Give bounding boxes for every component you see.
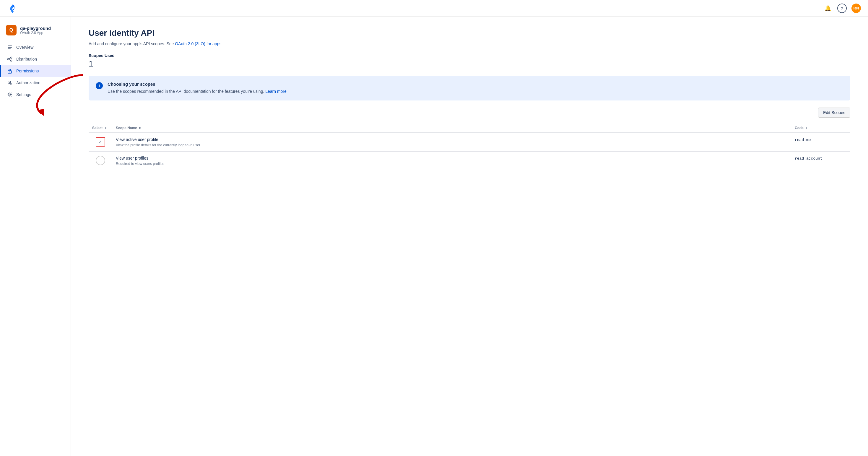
sidebar-item-overview-label: Overview [16,45,33,50]
checkbox-checked-1[interactable]: ✓ [96,137,105,147]
permissions-icon [7,68,13,74]
code-sort-icon: ⇕ [805,126,807,130]
app-header: Q qa-playground OAuth 2.0 App [0,23,71,41]
scope-name-sort-icon: ⇕ [138,126,141,130]
info-box-text: Use the scopes recommended in the API do… [107,88,286,95]
col-code-header: Code ⇕ [791,124,850,133]
code-badge-1: read:me [795,138,811,142]
table-header: Select ⇕ Scope Name ⇕ Code ⇕ [89,124,850,133]
svg-rect-3 [8,49,11,49]
svg-point-11 [9,81,11,83]
svg-line-7 [9,58,11,59]
info-box: i Choosing your scopes Use the scopes re… [89,75,850,100]
edit-scopes-button[interactable]: Edit Scopes [818,108,850,118]
checkbox-unchecked-2[interactable] [96,156,105,165]
scope-name-cell-2: View user profiles Required to view user… [112,152,791,170]
checkmark-icon-1: ✓ [99,140,102,144]
app-name: qa-playground [20,26,51,31]
info-box-title: Choosing your scopes [107,82,286,87]
main-layout: Q qa-playground OAuth 2.0 App Overview [0,17,868,456]
table-row: View user profiles Required to view user… [89,152,850,170]
sidebar-item-permissions-label: Permissions [16,68,39,73]
sidebar-item-distribution[interactable]: Distribution [0,53,71,65]
table-body: ✓ View active user profile View the prof… [89,133,850,170]
settings-icon [7,92,13,97]
scope-row-desc-1: View the profile details for the current… [116,143,788,147]
main-content: User identity API Add and configure your… [71,17,868,456]
sidebar-item-distribution-label: Distribution [16,57,37,61]
code-badge-2: read:account [795,156,823,161]
notification-button[interactable]: 🔔 [823,4,833,13]
svg-point-4 [11,57,12,59]
scope-row-name-1: View active user profile [116,137,788,142]
app-info: qa-playground OAuth 2.0 App [20,26,51,35]
sidebar-item-authorization-label: Authorization [16,81,40,85]
scopes-used-count: 1 [89,59,850,68]
sidebar-item-permissions[interactable]: Permissions [0,65,71,77]
nav-right: 🔔 ? RN [823,4,861,13]
code-cell-1: read:me [791,133,850,152]
sidebar-item-settings-label: Settings [16,92,31,97]
svg-rect-1 [8,45,12,46]
info-icon: i [96,82,103,89]
sidebar-item-overview[interactable]: Overview [0,41,71,53]
svg-point-6 [11,60,12,61]
oauth-docs-link[interactable]: OAuth 2.0 (3LO) for apps. [175,41,222,46]
col-scope-name-header: Scope Name ⇕ [112,124,791,133]
user-avatar[interactable]: RN [851,4,861,13]
learn-more-link[interactable]: Learn more [265,89,286,94]
checkbox-cell-2 [92,156,109,165]
svg-point-13 [9,94,11,95]
top-navigation: 🔔 ? RN [0,0,868,17]
atlassian-logo[interactable] [7,4,17,13]
app-icon: Q [6,25,17,35]
scope-name-cell-1: View active user profile View the profil… [112,133,791,152]
select-cell-2 [89,152,112,170]
page-title: User identity API [89,28,850,38]
col-select-header: Select ⇕ [89,124,112,133]
svg-line-8 [9,59,11,60]
table-row: ✓ View active user profile View the prof… [89,133,850,152]
svg-marker-0 [37,109,44,116]
edit-scopes-row: Edit Scopes [89,108,850,118]
help-button[interactable]: ? [837,4,847,13]
sidebar-item-settings[interactable]: Settings [0,89,71,100]
info-content: Choosing your scopes Use the scopes reco… [107,82,286,95]
overview-icon [7,44,13,50]
svg-point-10 [9,71,10,72]
scope-row-desc-2: Required to view users profiles [116,162,788,166]
page-description: Add and configure your app's API scopes.… [89,41,850,46]
svg-rect-2 [8,47,12,48]
sidebar: Q qa-playground OAuth 2.0 App Overview [0,17,71,456]
svg-point-5 [8,59,9,60]
select-sort-icon: ⇕ [104,126,107,130]
scopes-table: Select ⇕ Scope Name ⇕ Code ⇕ [89,124,850,170]
nav-left [7,4,17,13]
authorization-icon [7,80,13,86]
select-cell-1: ✓ [89,133,112,152]
checkbox-cell-1: ✓ [92,137,109,147]
scopes-used-label: Scopes Used [89,53,850,58]
scope-row-name-2: View user profiles [116,156,788,160]
distribution-icon [7,56,13,62]
code-cell-2: read:account [791,152,850,170]
sidebar-item-authorization[interactable]: Authorization [0,77,71,89]
app-type: OAuth 2.0 App [20,31,51,35]
